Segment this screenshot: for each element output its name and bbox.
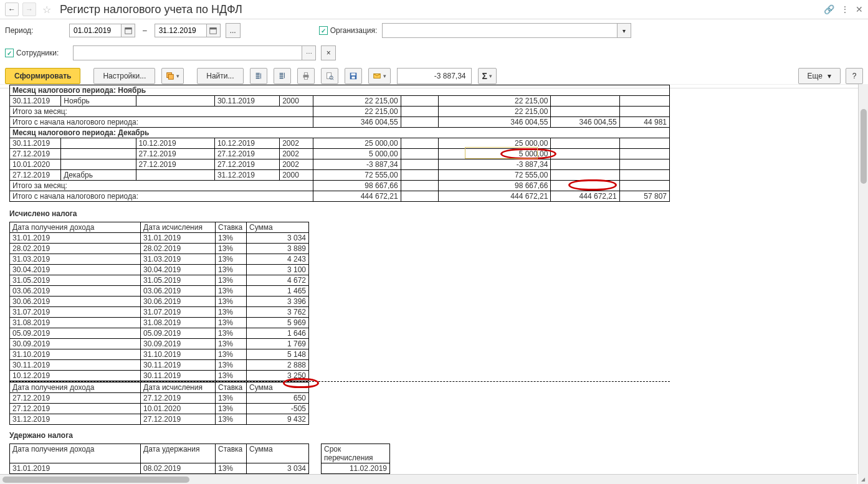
- sum-display: -3 887,34: [397, 68, 472, 84]
- form-button[interactable]: Сформировать: [5, 68, 80, 84]
- table-row[interactable]: 10.01.202027.12.201927.12.20192002-3 887…: [10, 159, 670, 170]
- org-combo[interactable]: ▾: [382, 23, 631, 38]
- svg-rect-12: [351, 74, 355, 76]
- chevron-down-icon: ▾: [383, 73, 386, 79]
- print-button[interactable]: [297, 68, 315, 84]
- svg-rect-1: [125, 28, 131, 30]
- employees-combo[interactable]: ⋯: [73, 45, 316, 60]
- close-icon[interactable]: ✕: [856, 4, 863, 14]
- employees-ellipsis-icon[interactable]: ⋯: [302, 46, 315, 60]
- find-button[interactable]: Найти...: [197, 68, 243, 84]
- table-row[interactable]: 27.12.2019Декабрь31.12.2019200072 555,00…: [10, 170, 670, 181]
- month-header-dec: Месяц налогового периода: Декабрь: [10, 128, 670, 138]
- table-row[interactable]: 30.11.201930.11.201913%2 888: [10, 360, 309, 371]
- org-dropdown-icon[interactable]: ▾: [617, 24, 631, 37]
- org-field[interactable]: [383, 24, 617, 37]
- table-row[interactable]: 31.10.201931.10.201913%5 148: [10, 349, 309, 360]
- table-row[interactable]: 27.12.201910.01.202013%-505: [10, 404, 309, 414]
- table-row[interactable]: 31.12.201927.12.201913%9 432: [10, 414, 309, 425]
- favorite-star-icon[interactable]: ☆: [40, 2, 54, 16]
- table-row[interactable]: 30.11.201910.12.201910.12.2019200225 000…: [10, 138, 670, 149]
- help-button[interactable]: ?: [846, 68, 863, 84]
- table-row[interactable]: 31.03.201931.03.201913%4 243: [10, 254, 309, 265]
- svg-rect-8: [304, 77, 307, 80]
- date-to-input[interactable]: [155, 24, 221, 37]
- expand-all-button[interactable]: [250, 68, 267, 84]
- calc-table-2: Дата получения доходаДата исчисленияСтав…: [9, 382, 309, 425]
- table-row[interactable]: 30.09.201930.09.201913%1 769: [10, 339, 309, 349]
- svg-rect-7: [304, 73, 307, 75]
- svg-rect-3: [210, 28, 217, 30]
- employees-checkbox[interactable]: ✓ Сотрудники:: [5, 49, 59, 57]
- date-to-field[interactable]: [155, 24, 206, 37]
- vertical-scrollbar[interactable]: [858, 84, 868, 474]
- table-row[interactable]: 31.01.201931.01.201913%3 034: [10, 233, 309, 244]
- nav-forward-button[interactable]: →: [22, 2, 36, 16]
- nav-back-button[interactable]: ←: [5, 2, 19, 16]
- total-row: Итого за месяц:98 667,6698 667,66: [10, 181, 670, 191]
- calc-table: Дата получения доходаДата исчисленияСтав…: [9, 222, 309, 381]
- chevron-down-icon: ▾: [489, 73, 492, 79]
- table-row[interactable]: 30.06.201930.06.201913%3 396: [10, 297, 309, 307]
- table-row[interactable]: 30.04.201930.04.201913%3 100: [10, 265, 309, 275]
- chevron-down-icon: ▾: [176, 73, 179, 79]
- total-row: Итого за месяц:22 215,0022 215,00: [10, 107, 670, 117]
- svg-rect-5: [169, 74, 174, 79]
- sigma-button[interactable]: Σ ▾: [478, 68, 497, 84]
- link-icon[interactable]: 🔗: [824, 4, 834, 14]
- table-row[interactable]: 27.12.201927.12.201913%650: [10, 393, 309, 404]
- table-row[interactable]: 10.12.201930.11.201913%3 250: [10, 371, 309, 381]
- table-row[interactable]: 31.07.201931.07.201913%3 762: [10, 307, 309, 318]
- more-button[interactable]: Еще▾: [798, 68, 841, 84]
- withheld-title: Удержано налога: [0, 425, 851, 444]
- titlebar: ← → ☆ Регистр налогового учета по НДФЛ 🔗…: [0, 0, 868, 19]
- calc-title: Исчислено налога: [0, 203, 851, 222]
- date-from-field[interactable]: [70, 24, 121, 37]
- calendar-to-icon[interactable]: [206, 24, 220, 37]
- menu-dots-icon[interactable]: ⋮: [841, 4, 849, 14]
- table-row[interactable]: 27.12.201927.12.201927.12.201920025 000,…: [10, 149, 670, 159]
- svg-rect-9: [327, 73, 331, 79]
- table-row[interactable]: 28.02.201928.02.201913%3 889: [10, 244, 309, 254]
- resize-corner-icon[interactable]: ◢: [858, 474, 868, 484]
- total-row: Итого с начала налогового периода:346 00…: [10, 117, 670, 128]
- calendar-from-icon[interactable]: [121, 24, 135, 37]
- org-label: Организация:: [330, 26, 378, 35]
- page-title: Регистр налогового учета по НДФЛ: [60, 3, 820, 16]
- period-picker-button[interactable]: ...: [226, 23, 241, 38]
- settings-button[interactable]: Настройки...: [93, 68, 155, 84]
- table-row[interactable]: 03.06.201903.06.201913%1 465: [10, 286, 309, 297]
- employees-clear-button[interactable]: ×: [321, 45, 336, 60]
- employees-label: Сотрудники:: [16, 49, 59, 57]
- preview-button[interactable]: [321, 68, 338, 84]
- selected-cell-highlight: [465, 148, 537, 158]
- email-button[interactable]: ▾: [368, 68, 391, 84]
- table-row[interactable]: 31.01.201908.02.201913%3 03411.02.2019: [10, 463, 390, 474]
- table-row[interactable]: 31.08.201931.08.201913%5 969: [10, 318, 309, 328]
- period-label: Период:: [5, 26, 64, 35]
- date-separator: –: [140, 26, 150, 35]
- report-area[interactable]: Месяц налогового периода: Ноябрь 30.11.2…: [0, 84, 868, 474]
- save-variant-button[interactable]: ▾: [161, 68, 184, 84]
- month-header-nov: Месяц налогового периода: Ноябрь: [10, 85, 670, 96]
- table-row[interactable]: 30.11.2019Ноябрь30.11.2019200022 215,002…: [10, 96, 670, 107]
- employees-field[interactable]: [74, 46, 302, 60]
- table-row[interactable]: 05.09.201905.09.201913%1 646: [10, 328, 309, 339]
- save-button[interactable]: [345, 68, 362, 84]
- date-from-input[interactable]: [69, 24, 135, 37]
- collapse-all-button[interactable]: [274, 68, 291, 84]
- employees-row: ✓ Сотрудники: ⋯ ×: [0, 42, 868, 64]
- horizontal-scrollbar[interactable]: [0, 474, 857, 484]
- check-icon: ✓: [5, 49, 14, 57]
- svg-rect-13: [351, 77, 355, 79]
- org-checkbox[interactable]: ✓ Организация:: [319, 26, 378, 35]
- table-row[interactable]: 31.05.201931.05.201913%4 672: [10, 275, 309, 286]
- withheld-table: Дата получения доходаДата удержанияСтавк…: [9, 444, 390, 474]
- check-icon: ✓: [319, 26, 328, 35]
- total-row: Итого с начала налогового периода:444 67…: [10, 191, 670, 202]
- period-row: Период: – ... ✓ Организация: ▾: [0, 19, 868, 42]
- income-table: Месяц налогового периода: Ноябрь 30.11.2…: [9, 85, 670, 202]
